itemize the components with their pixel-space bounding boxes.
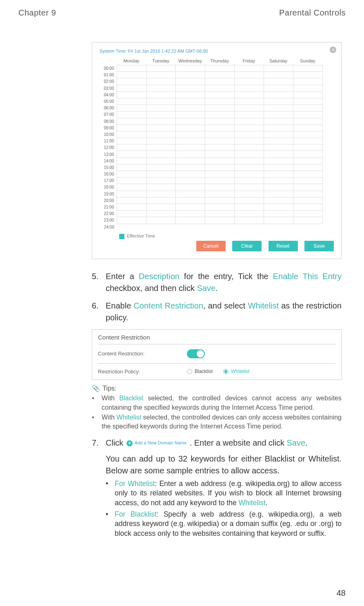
content-restriction-toggle[interactable] xyxy=(187,349,205,358)
schedule-cell[interactable] xyxy=(117,211,146,217)
schedule-cell[interactable] xyxy=(264,151,293,158)
schedule-cell[interactable] xyxy=(264,211,293,217)
schedule-cell[interactable] xyxy=(293,72,322,78)
schedule-cell[interactable] xyxy=(117,151,146,158)
schedule-cell[interactable] xyxy=(293,178,322,184)
schedule-cell[interactable] xyxy=(205,151,234,158)
schedule-cell[interactable] xyxy=(264,138,293,144)
schedule-cell[interactable] xyxy=(293,98,322,104)
schedule-cell[interactable] xyxy=(234,178,264,184)
cancel-button[interactable]: Cancel xyxy=(196,241,226,251)
schedule-cell[interactable] xyxy=(293,204,322,210)
schedule-cell[interactable] xyxy=(264,158,293,164)
schedule-cell[interactable] xyxy=(264,72,293,78)
schedule-cell[interactable] xyxy=(117,178,146,184)
schedule-cell[interactable] xyxy=(175,85,205,91)
schedule-cell[interactable] xyxy=(264,118,293,124)
schedule-cell[interactable] xyxy=(293,151,322,158)
schedule-cell[interactable] xyxy=(117,131,146,138)
schedule-cell[interactable] xyxy=(146,138,175,144)
schedule-cell[interactable] xyxy=(175,118,205,124)
schedule-cell[interactable] xyxy=(146,98,175,104)
schedule-cell[interactable] xyxy=(234,124,264,131)
schedule-cell[interactable] xyxy=(117,184,146,191)
schedule-cell[interactable] xyxy=(264,184,293,191)
schedule-cell[interactable] xyxy=(117,72,146,78)
schedule-cell[interactable] xyxy=(175,178,205,184)
schedule-cell[interactable] xyxy=(205,131,234,138)
save-button[interactable]: Save xyxy=(304,241,334,251)
schedule-cell[interactable] xyxy=(293,65,322,72)
schedule-cell[interactable] xyxy=(264,131,293,138)
schedule-cell[interactable] xyxy=(146,184,175,191)
schedule-cell[interactable] xyxy=(264,144,293,151)
schedule-cell[interactable] xyxy=(293,138,322,144)
schedule-cell[interactable] xyxy=(293,217,322,224)
schedule-cell[interactable] xyxy=(234,191,264,197)
schedule-cell[interactable] xyxy=(234,151,264,158)
schedule-cell[interactable] xyxy=(146,151,175,158)
schedule-cell[interactable] xyxy=(264,91,293,98)
schedule-cell[interactable] xyxy=(293,118,322,124)
schedule-cell[interactable] xyxy=(264,204,293,210)
schedule-cell[interactable] xyxy=(293,91,322,98)
schedule-cell[interactable] xyxy=(146,124,175,131)
schedule-cell[interactable] xyxy=(117,105,146,111)
schedule-cell[interactable] xyxy=(293,197,322,204)
schedule-cell[interactable] xyxy=(175,197,205,204)
schedule-cell[interactable] xyxy=(146,158,175,164)
schedule-cell[interactable] xyxy=(175,72,205,78)
schedule-cell[interactable] xyxy=(117,118,146,124)
schedule-cell[interactable] xyxy=(293,78,322,85)
schedule-cell[interactable] xyxy=(293,131,322,138)
schedule-cell[interactable] xyxy=(293,171,322,178)
schedule-cell[interactable] xyxy=(175,204,205,210)
schedule-cell[interactable] xyxy=(117,217,146,224)
schedule-cell[interactable] xyxy=(234,158,264,164)
schedule-cell[interactable] xyxy=(234,118,264,124)
schedule-cell[interactable] xyxy=(175,184,205,191)
schedule-cell[interactable] xyxy=(205,178,234,184)
schedule-cell[interactable] xyxy=(234,98,264,104)
schedule-cell[interactable] xyxy=(117,111,146,118)
schedule-cell[interactable] xyxy=(146,91,175,98)
schedule-cell[interactable] xyxy=(117,191,146,197)
schedule-cell[interactable] xyxy=(175,78,205,85)
schedule-cell[interactable] xyxy=(175,105,205,111)
schedule-cell[interactable] xyxy=(205,98,234,104)
schedule-cell[interactable] xyxy=(293,85,322,91)
schedule-cell[interactable] xyxy=(205,204,234,210)
schedule-cell[interactable] xyxy=(117,91,146,98)
schedule-cell[interactable] xyxy=(205,65,234,72)
schedule-cell[interactable] xyxy=(175,158,205,164)
schedule-cell[interactable] xyxy=(175,171,205,178)
schedule-cell[interactable] xyxy=(117,124,146,131)
schedule-cell[interactable] xyxy=(205,184,234,191)
schedule-cell[interactable] xyxy=(175,111,205,118)
schedule-cell[interactable] xyxy=(205,217,234,224)
schedule-cell[interactable] xyxy=(293,211,322,217)
schedule-cell[interactable] xyxy=(175,65,205,72)
schedule-cell[interactable] xyxy=(293,124,322,131)
schedule-cell[interactable] xyxy=(205,144,234,151)
schedule-cell[interactable] xyxy=(205,171,234,178)
schedule-cell[interactable] xyxy=(293,105,322,111)
add-domain-button[interactable]: +Add a New Domain Name xyxy=(126,440,187,446)
schedule-cell[interactable] xyxy=(234,85,264,91)
schedule-cell[interactable] xyxy=(146,72,175,78)
schedule-cell[interactable] xyxy=(205,111,234,118)
schedule-cell[interactable] xyxy=(117,85,146,91)
schedule-cell[interactable] xyxy=(234,211,264,217)
schedule-cell[interactable] xyxy=(264,217,293,224)
schedule-cell[interactable] xyxy=(175,138,205,144)
schedule-cell[interactable] xyxy=(117,164,146,171)
schedule-cell[interactable] xyxy=(234,111,264,118)
schedule-cell[interactable] xyxy=(205,91,234,98)
schedule-cell[interactable] xyxy=(146,217,175,224)
schedule-cell[interactable] xyxy=(146,204,175,210)
schedule-cell[interactable] xyxy=(175,98,205,104)
schedule-cell[interactable] xyxy=(205,85,234,91)
schedule-cell[interactable] xyxy=(264,98,293,104)
clear-button[interactable]: Clear xyxy=(232,241,262,251)
schedule-cell[interactable] xyxy=(293,111,322,118)
